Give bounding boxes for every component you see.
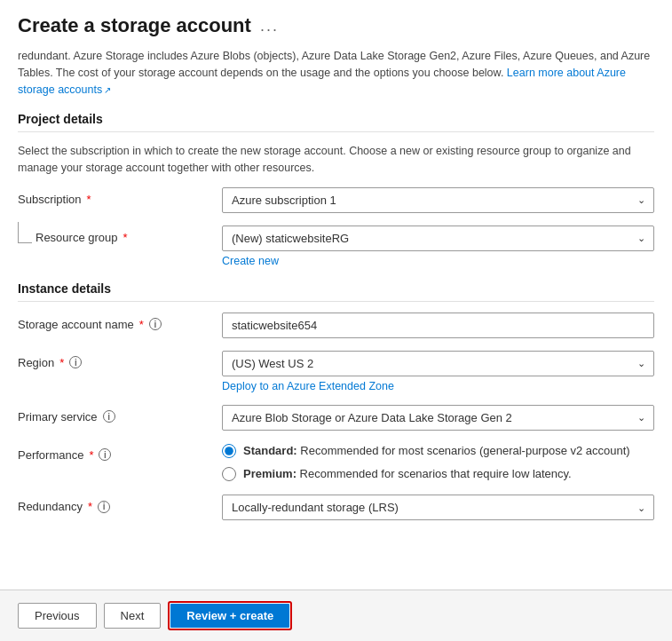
resource-group-control: (New) staticwebsiteRG ⌄ Create new xyxy=(222,226,654,267)
create-new-link[interactable]: Create new xyxy=(222,255,654,267)
primary-service-select-wrapper: Azure Blob Storage or Azure Data Lake St… xyxy=(222,405,654,431)
page-title-row: Create a storage account ... xyxy=(18,14,654,37)
ellipsis-menu[interactable]: ... xyxy=(260,17,279,36)
external-link-icon: ↗ xyxy=(104,85,111,95)
resource-group-select[interactable]: (New) staticwebsiteRG xyxy=(222,226,654,251)
primary-service-select[interactable]: Azure Blob Storage or Azure Data Lake St… xyxy=(222,405,654,431)
performance-required: * xyxy=(89,448,93,462)
storage-account-name-row: Storage account name * i xyxy=(18,313,654,338)
performance-premium-label: Premium: Recommended for scenarios that … xyxy=(243,466,572,482)
region-info-icon[interactable]: i xyxy=(69,356,82,368)
performance-control: Standard: Recommended for most scenarios… xyxy=(222,443,654,482)
primary-service-row: Primary service i Azure Blob Storage or … xyxy=(18,405,654,431)
primary-service-label: Primary service i xyxy=(18,405,222,423)
page-title: Create a storage account xyxy=(18,14,251,37)
subscription-control: Azure subscription 1 ⌄ xyxy=(222,187,654,213)
redundancy-required: * xyxy=(88,500,92,513)
primary-service-control: Azure Blob Storage or Azure Data Lake St… xyxy=(222,405,654,431)
performance-label: Performance * i xyxy=(18,443,222,462)
performance-info-icon[interactable]: i xyxy=(99,448,111,461)
storage-account-name-control xyxy=(222,313,654,338)
performance-row: Performance * i Standard: Recommended fo… xyxy=(18,443,654,482)
performance-standard-radio[interactable] xyxy=(222,444,236,458)
region-select[interactable]: (US) West US 2(US) East US(US) East US 2… xyxy=(222,351,654,376)
resource-group-required: * xyxy=(123,231,128,244)
subscription-select-wrapper: Azure subscription 1 ⌄ xyxy=(222,187,654,213)
performance-radio-group: Standard: Recommended for most scenarios… xyxy=(222,443,654,482)
primary-service-info-icon[interactable]: i xyxy=(103,410,115,423)
performance-standard-option: Standard: Recommended for most scenarios… xyxy=(222,443,654,459)
performance-premium-radio[interactable] xyxy=(222,467,236,481)
instance-details-divider xyxy=(18,301,654,302)
review-create-button-wrapper: Review + create xyxy=(168,601,292,630)
project-details-section-title: Project details xyxy=(18,112,654,126)
region-row: Region * i (US) West US 2(US) East US(US… xyxy=(18,351,654,392)
subscription-label: Subscription * xyxy=(18,187,222,206)
storage-name-required: * xyxy=(139,318,144,331)
region-control: (US) West US 2(US) East US(US) East US 2… xyxy=(222,351,654,392)
resource-group-row: Resource group * (New) staticwebsiteRG ⌄… xyxy=(18,226,654,267)
redundancy-row: Redundancy * i Locally-redundant storage… xyxy=(18,495,654,520)
redundancy-info-icon[interactable]: i xyxy=(98,501,110,513)
performance-premium-label-bold: Premium: xyxy=(243,467,296,480)
region-select-wrapper: (US) West US 2(US) East US(US) East US 2… xyxy=(222,351,654,376)
instance-details-section-title: Instance details xyxy=(18,281,654,296)
redundancy-select[interactable]: Locally-redundant storage (LRS)Geo-redun… xyxy=(222,495,654,520)
storage-account-name-input[interactable] xyxy=(222,313,654,338)
project-details-divider xyxy=(18,131,654,132)
storage-name-info-icon[interactable]: i xyxy=(149,318,162,330)
performance-standard-label: Standard: Recommended for most scenarios… xyxy=(243,443,630,459)
subscription-select[interactable]: Azure subscription 1 xyxy=(222,187,654,213)
bottom-bar: Previous Next Review + create xyxy=(0,590,672,641)
previous-button[interactable]: Previous xyxy=(18,603,97,629)
next-button[interactable]: Next xyxy=(104,603,162,629)
resource-group-select-wrapper: (New) staticwebsiteRG ⌄ xyxy=(222,226,654,251)
region-label: Region * i xyxy=(18,351,222,369)
storage-account-name-label: Storage account name * i xyxy=(18,313,222,331)
performance-standard-label-bold: Standard: xyxy=(243,444,297,457)
redundancy-select-wrapper: Locally-redundant storage (LRS)Geo-redun… xyxy=(222,495,654,520)
redundancy-control: Locally-redundant storage (LRS)Geo-redun… xyxy=(222,495,654,520)
page-container: Create a storage account ... redundant. … xyxy=(0,0,672,641)
intro-text: redundant. Azure Storage includes Azure … xyxy=(18,48,654,98)
redundancy-label: Redundancy * i xyxy=(18,495,222,513)
subscription-required: * xyxy=(87,193,91,206)
resource-group-label: Resource group * xyxy=(36,231,128,244)
deploy-link[interactable]: Deploy to an Azure Extended Zone xyxy=(222,380,654,392)
performance-premium-option: Premium: Recommended for scenarios that … xyxy=(222,466,654,482)
review-create-button[interactable]: Review + create xyxy=(170,604,289,628)
main-content: Create a storage account ... redundant. … xyxy=(0,0,672,590)
region-required: * xyxy=(59,356,64,369)
subscription-row: Subscription * Azure subscription 1 ⌄ xyxy=(18,187,654,213)
project-details-desc: Select the subscription in which to crea… xyxy=(18,143,654,177)
